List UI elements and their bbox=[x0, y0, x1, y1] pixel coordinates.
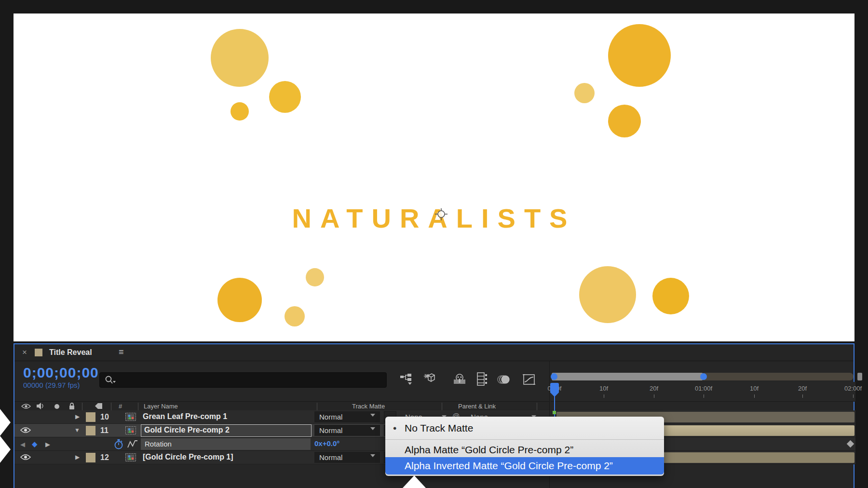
layer-color-swatch[interactable] bbox=[86, 426, 95, 435]
expand-arrow-icon[interactable]: ▶ bbox=[75, 454, 80, 461]
gold-circle bbox=[269, 81, 301, 113]
comp-color-swatch bbox=[35, 349, 42, 356]
ruler-tick-label: 02:00f bbox=[844, 385, 862, 392]
solo-column-icon bbox=[54, 404, 60, 409]
layer-name-editing-box[interactable]: Gold Circle Pre-comp 2 bbox=[141, 424, 312, 437]
chevron-down-icon bbox=[370, 454, 375, 457]
audio-column-icon bbox=[36, 402, 44, 410]
property-name[interactable]: Rotation bbox=[145, 440, 172, 448]
navigator-handle-left[interactable] bbox=[551, 373, 557, 380]
blend-mode-dropdown[interactable]: Normal bbox=[314, 425, 380, 436]
gold-circle bbox=[652, 278, 689, 314]
video-column-icon bbox=[21, 403, 31, 410]
work-area-in-marker bbox=[553, 411, 556, 414]
shy-layers-icon[interactable] bbox=[451, 371, 468, 388]
selected-bullet-icon: • bbox=[393, 420, 396, 436]
ruler-tick-mark bbox=[802, 394, 803, 398]
time-ruler[interactable]: 0:00f10f20f01:00f10f20f02:00f bbox=[551, 382, 855, 402]
ruler-tick-label: 01:00f bbox=[695, 385, 712, 392]
timeline-panel: × Title Reveal ≡ 0;00;00;00 00000 (29.97… bbox=[14, 343, 854, 488]
ruler-tick-mark bbox=[853, 394, 854, 398]
gold-circle bbox=[608, 105, 641, 137]
menu-separator bbox=[385, 439, 664, 440]
edge-chevron bbox=[0, 409, 11, 436]
gold-circle bbox=[306, 268, 324, 286]
gold-circle bbox=[574, 83, 595, 103]
rotate-tool-cursor-icon bbox=[434, 207, 448, 222]
layer-name[interactable]: Grean Leaf Pre-comp 1 bbox=[143, 412, 227, 421]
layer-color-swatch[interactable] bbox=[86, 453, 95, 462]
ruler-tick-mark bbox=[604, 394, 604, 398]
rotation-value[interactable]: 0x+0.0° bbox=[314, 439, 339, 447]
track-matte-menu: •No Track MatteAlpha Matte “Gold Circle … bbox=[385, 417, 664, 476]
layer-name[interactable]: Gold Circle Pre-comp 2 bbox=[144, 426, 230, 434]
mouse-cursor bbox=[402, 475, 426, 488]
ruler-tick-label: 10f bbox=[599, 385, 608, 392]
navigator-visible-range[interactable] bbox=[552, 373, 703, 380]
search-input[interactable] bbox=[99, 372, 387, 388]
ruler-tick-label: 20f bbox=[650, 385, 658, 392]
gold-circle bbox=[285, 306, 305, 326]
property-name-box[interactable]: Rotation bbox=[141, 438, 311, 450]
timeline-navigator[interactable] bbox=[551, 372, 855, 381]
layer-number: 11 bbox=[100, 426, 108, 435]
3d-draft-icon[interactable] bbox=[421, 371, 438, 388]
blend-mode-dropdown[interactable]: Normal bbox=[314, 452, 380, 463]
parent-link-column-header: Parent & Link bbox=[458, 403, 496, 410]
ruler-tick-mark bbox=[654, 394, 654, 398]
number-column-header: # bbox=[119, 403, 122, 410]
menu-item[interactable]: •No Track Matte bbox=[385, 420, 664, 436]
menu-item[interactable]: Alpha Matte “Gold Circle Pre-comp 2” bbox=[385, 442, 664, 458]
keyframe-toggle-icon[interactable]: ◆ bbox=[32, 440, 38, 448]
prev-keyframe-icon[interactable]: ◀ bbox=[20, 441, 25, 448]
comp-marker-bin[interactable] bbox=[857, 373, 862, 380]
edge-chevron bbox=[0, 436, 11, 463]
gold-circle bbox=[217, 278, 262, 322]
playhead[interactable] bbox=[550, 383, 559, 393]
eye-icon[interactable] bbox=[20, 453, 31, 461]
next-keyframe-icon[interactable]: ▶ bbox=[45, 441, 50, 448]
layer-number: 10 bbox=[100, 413, 109, 421]
precomp-icon bbox=[125, 453, 136, 461]
tab-title[interactable]: Title Reveal bbox=[49, 348, 92, 357]
gold-circle bbox=[211, 29, 269, 87]
layer-number: 12 bbox=[100, 453, 109, 462]
ruler-tick-label: 20f bbox=[798, 385, 807, 392]
layer-color-swatch[interactable] bbox=[86, 412, 95, 422]
precomp-icon bbox=[125, 413, 136, 421]
layer-name-column-header: Layer Name bbox=[144, 403, 178, 410]
graph-editor-icon[interactable] bbox=[521, 371, 537, 388]
label-column-icon bbox=[95, 402, 103, 410]
ruler-tick-mark bbox=[704, 394, 704, 398]
gold-circle bbox=[231, 102, 249, 121]
tab-close-icon[interactable]: × bbox=[22, 348, 27, 357]
navigator-handle-right[interactable] bbox=[700, 373, 707, 380]
navigator-hidden-range[interactable] bbox=[703, 373, 854, 380]
expand-arrow-icon[interactable]: ▶ bbox=[75, 413, 80, 420]
frame-count: 00000 (29.97 fps) bbox=[23, 381, 80, 389]
motion-blur-icon[interactable] bbox=[496, 371, 512, 388]
eye-icon[interactable] bbox=[20, 426, 31, 434]
graph-toggle-icon[interactable] bbox=[127, 440, 138, 448]
comp-flowchart-icon[interactable] bbox=[398, 371, 415, 388]
lock-column-icon bbox=[68, 402, 75, 410]
chevron-down-icon bbox=[370, 414, 375, 417]
gold-circle bbox=[608, 24, 671, 87]
collapse-arrow-icon[interactable]: ▼ bbox=[74, 427, 80, 434]
chevron-down-icon bbox=[370, 427, 375, 430]
composition-viewer: NATURALISTS bbox=[14, 14, 854, 341]
menu-item[interactable]: Alpha Inverted Matte “Gold Circle Pre-co… bbox=[385, 457, 664, 474]
timeline-tabbar: × Title Reveal ≡ bbox=[14, 344, 854, 361]
gold-circle bbox=[579, 266, 636, 323]
ruler-tick-mark bbox=[754, 394, 755, 398]
panel-menu-icon[interactable]: ≡ bbox=[119, 347, 124, 357]
layer-name[interactable]: [Gold Circle Pre-comp 1] bbox=[143, 453, 233, 461]
current-timecode[interactable]: 0;00;00;00 bbox=[23, 365, 99, 381]
blend-mode-dropdown[interactable]: Normal bbox=[314, 411, 380, 422]
precomp-icon bbox=[125, 426, 136, 434]
stopwatch-icon[interactable] bbox=[114, 439, 123, 449]
track-matte-column-header: Track Matte bbox=[352, 403, 385, 410]
ruler-tick-label: 10f bbox=[750, 385, 759, 392]
frame-blend-icon[interactable] bbox=[474, 371, 490, 388]
search-icon bbox=[105, 375, 116, 385]
